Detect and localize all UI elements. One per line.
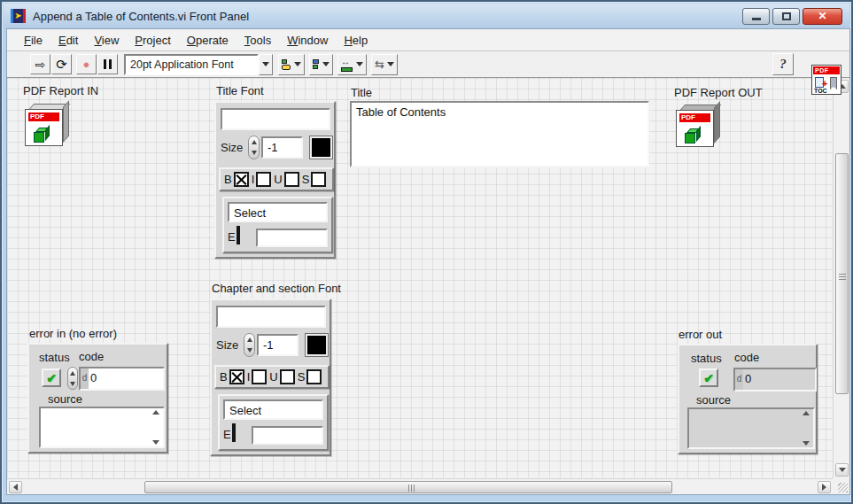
underline-checkbox[interactable]: [284, 172, 299, 187]
status-checkmark-indicator: [699, 368, 718, 387]
title-font-cluster: Size -1 B I U S Select: [214, 101, 336, 259]
error-in-label: error in (no error): [29, 327, 117, 340]
title-textbox[interactable]: Table of Contents: [350, 101, 649, 167]
menu-window[interactable]: Window: [279, 31, 336, 50]
chapter-font-name-field[interactable]: [216, 306, 326, 328]
bold-checkbox[interactable]: [234, 172, 249, 187]
italic-checkbox[interactable]: [256, 172, 271, 187]
error-in-cluster: status code d 0 source: [27, 343, 168, 454]
size-spinner[interactable]: [248, 136, 260, 159]
status-checkmark-button[interactable]: [42, 368, 61, 387]
source-field[interactable]: [39, 407, 165, 448]
pause-button[interactable]: [97, 54, 118, 74]
resize-objects-icon: ↔: [341, 58, 353, 72]
select-subcluster: Select E: [218, 394, 329, 451]
vertical-scroll-thumb[interactable]: [835, 153, 849, 394]
code-spinner[interactable]: [67, 367, 78, 390]
source-scroll-arrows[interactable]: [150, 410, 161, 445]
size-field[interactable]: -1: [257, 334, 299, 356]
size-field[interactable]: -1: [261, 136, 303, 159]
resize-objects-button[interactable]: ↔: [337, 54, 367, 75]
radix-indicator: d: [735, 369, 743, 390]
run-continuously-button[interactable]: ⟳: [51, 54, 72, 74]
close-button[interactable]: ✕: [803, 8, 842, 25]
client-area: File Edit View Project Operate Tools Win…: [6, 28, 850, 495]
strikeout-label: S: [298, 370, 306, 384]
radix-indicator[interactable]: d: [81, 368, 89, 389]
menu-tools[interactable]: Tools: [237, 31, 279, 50]
error-out-cluster: status code d 0 source: [678, 344, 818, 454]
italic-checkbox[interactable]: [252, 369, 267, 384]
align-objects-button[interactable]: [278, 54, 305, 75]
bookmark-icon: [830, 77, 837, 89]
font-style-bar: B I U S: [219, 167, 334, 191]
size-spinner[interactable]: [244, 333, 255, 357]
font-color-box[interactable]: [310, 136, 332, 159]
scroll-left-button[interactable]: [9, 481, 22, 493]
maximize-button[interactable]: [772, 8, 800, 25]
chevron-down-icon: [262, 62, 269, 66]
font-color-box[interactable]: [306, 334, 328, 356]
pdf-report-in-control[interactable]: PDF: [25, 104, 69, 146]
menu-operate[interactable]: Operate: [179, 31, 237, 50]
enable-field[interactable]: [252, 426, 323, 445]
scroll-right-button[interactable]: [818, 481, 831, 493]
abort-icon: ●: [83, 58, 90, 71]
pdf-report-out-label: PDF Report OUT: [674, 86, 763, 99]
horizontal-scrollbar[interactable]: [7, 478, 833, 494]
underline-checkbox[interactable]: [280, 369, 295, 384]
resize-grip[interactable]: [833, 478, 849, 494]
menu-project[interactable]: Project: [127, 31, 178, 50]
vi-icon-pdf-toc[interactable]: PDF + TOC: [811, 65, 841, 95]
abort-button[interactable]: ●: [76, 54, 97, 74]
scroll-down-button[interactable]: [835, 463, 849, 477]
distribute-objects-icon: [313, 59, 319, 69]
vi-icon-caption: TOC: [814, 88, 827, 94]
enable-checkbox[interactable]: [232, 423, 236, 442]
run-button[interactable]: ⇨: [30, 54, 50, 74]
enable-field[interactable]: [256, 229, 328, 247]
select-field[interactable]: Select: [223, 399, 323, 420]
enable-checkbox[interactable]: [237, 226, 240, 244]
bold-label: B: [224, 173, 232, 186]
pdf-report-out-indicator[interactable]: PDF: [676, 105, 720, 147]
strikeout-checkbox[interactable]: [311, 172, 326, 187]
title-bar[interactable]: ➤ Append a Table of Contents.vi Front Pa…: [4, 4, 849, 28]
strikeout-checkbox[interactable]: [306, 369, 322, 384]
context-help-button[interactable]: ?: [772, 53, 794, 75]
chapter-font-cluster: Size -1 B I U S Select: [210, 299, 331, 456]
italic-label: I: [247, 370, 251, 384]
bold-checkbox[interactable]: [229, 369, 244, 384]
chevron-down-icon: [294, 62, 301, 66]
reorder-icon: ⇆: [375, 58, 384, 71]
select-subcluster: Select E: [222, 197, 333, 253]
chapter-font-label: Chapter and section Font: [212, 282, 341, 295]
font-selector-dropdown-button[interactable]: [259, 54, 273, 75]
reorder-button[interactable]: ⇆: [371, 54, 398, 75]
horizontal-scroll-thumb[interactable]: [144, 481, 672, 493]
menu-file[interactable]: File: [16, 31, 50, 50]
run-continuously-icon: ⟳: [56, 57, 67, 73]
align-objects-icon: [282, 59, 291, 70]
minimize-button[interactable]: [742, 8, 770, 25]
run-arrow-icon: ⇨: [35, 58, 46, 72]
underline-label: U: [269, 370, 277, 384]
menu-view[interactable]: View: [86, 31, 127, 50]
code-field[interactable]: d 0: [79, 367, 165, 391]
menu-edit[interactable]: Edit: [50, 31, 86, 50]
enable-label: E: [228, 230, 236, 244]
distribute-objects-button[interactable]: [309, 54, 333, 75]
menu-help[interactable]: Help: [336, 31, 376, 50]
source-scroll-arrows[interactable]: [800, 411, 811, 446]
title-font-name-field[interactable]: [221, 108, 330, 130]
minimize-icon: [752, 18, 761, 20]
code-label: code: [79, 350, 104, 363]
menu-bar: File Edit View Project Operate Tools Win…: [7, 29, 849, 51]
labview-vi-icon: ➤: [11, 9, 26, 23]
size-label: Size: [216, 338, 238, 352]
source-label: source: [48, 392, 82, 406]
italic-label: I: [252, 173, 255, 186]
vertical-scrollbar[interactable]: [833, 78, 849, 478]
select-field[interactable]: Select: [228, 202, 328, 222]
font-selector[interactable]: 20pt Application Font: [124, 54, 259, 75]
